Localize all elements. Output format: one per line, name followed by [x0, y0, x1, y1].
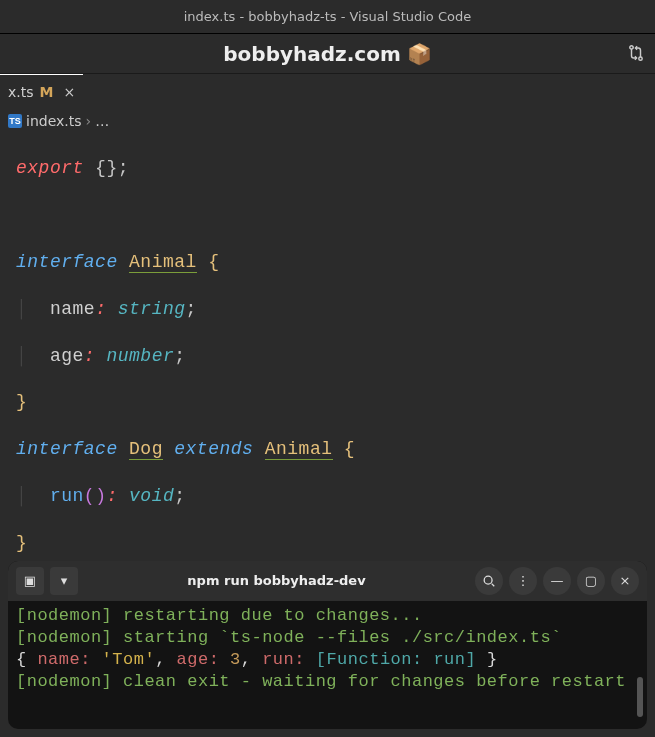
- terminal-output[interactable]: [nodemon] restarting due to changes... […: [8, 601, 647, 729]
- git-compare-icon[interactable]: [627, 44, 645, 67]
- site-name: bobbyhadz.com: [223, 42, 400, 66]
- terminal-header: ▣ ▾ npm run bobbyhadz-dev ⋮ — ▢ ×: [8, 561, 647, 601]
- tab-modified-badge: M: [40, 84, 54, 100]
- code-line: │ age: number;: [16, 345, 639, 368]
- breadcrumb-ellipsis: …: [95, 113, 109, 129]
- svg-point-2: [484, 576, 492, 584]
- window-title: index.ts - bobbyhadz-ts - Visual Studio …: [184, 9, 472, 24]
- typescript-icon: TS: [8, 114, 22, 128]
- tab-bar: x.ts M ×: [0, 74, 655, 108]
- code-line: interface Animal {: [16, 251, 639, 274]
- code-line: }: [16, 391, 639, 414]
- kebab-menu-icon[interactable]: ⋮: [509, 567, 537, 595]
- search-icon[interactable]: [475, 567, 503, 595]
- maximize-icon[interactable]: ▢: [577, 567, 605, 595]
- tab-filename: x.ts: [8, 84, 34, 100]
- tab-close-icon[interactable]: ×: [63, 84, 75, 100]
- code-line: [16, 204, 639, 227]
- close-icon[interactable]: ×: [611, 567, 639, 595]
- terminal-line: { name: 'Tom', age: 3, run: [Function: r…: [16, 649, 639, 671]
- new-tab-button[interactable]: ▣: [16, 567, 44, 595]
- site-label: bobbyhadz.com 📦: [223, 42, 431, 66]
- title-bar: index.ts - bobbyhadz-ts - Visual Studio …: [0, 0, 655, 34]
- code-editor[interactable]: export {}; interface Animal { │ name: st…: [0, 134, 655, 553]
- scrollbar-thumb[interactable]: [637, 677, 643, 717]
- svg-point-0: [630, 46, 633, 49]
- code-line: │ name: string;: [16, 298, 639, 321]
- code-line: │ run(): void;: [16, 485, 639, 508]
- minimize-icon[interactable]: —: [543, 567, 571, 595]
- terminal-line: [nodemon] starting `ts-node --files ./sr…: [16, 627, 639, 649]
- breadcrumb[interactable]: TS index.ts › …: [0, 108, 655, 134]
- svg-point-1: [639, 57, 642, 60]
- code-line: }: [16, 532, 639, 553]
- breadcrumb-file: index.ts: [26, 113, 82, 129]
- code-line: interface Dog extends Animal {: [16, 438, 639, 461]
- terminal-line: [nodemon] restarting due to changes...: [16, 605, 639, 627]
- chevron-right-icon: ›: [86, 113, 92, 129]
- terminal-panel: ▣ ▾ npm run bobbyhadz-dev ⋮ — ▢ × [nodem…: [8, 561, 647, 729]
- terminal-line: [nodemon] clean exit - waiting for chang…: [16, 671, 639, 693]
- code-line: export {};: [16, 157, 639, 180]
- terminal-title: npm run bobbyhadz-dev: [84, 573, 469, 588]
- editor-tab[interactable]: x.ts M ×: [0, 74, 83, 108]
- cube-icon: 📦: [407, 42, 432, 66]
- dropdown-button[interactable]: ▾: [50, 567, 78, 595]
- site-header: bobbyhadz.com 📦: [0, 34, 655, 74]
